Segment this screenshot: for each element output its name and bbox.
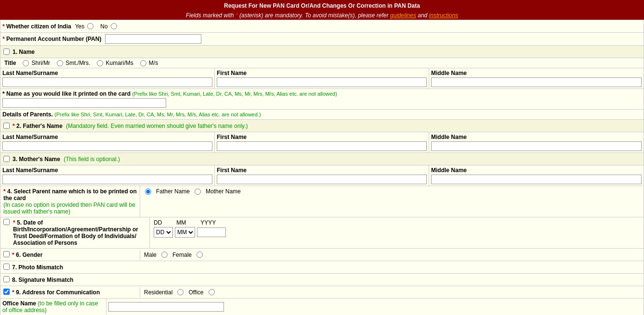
father-section-checkbox[interactable] (3, 123, 10, 129)
pan-input[interactable] (105, 34, 201, 44)
header-subtitle: Fields marked with * (asterisk) are mand… (0, 11, 644, 20)
male-label: Male (144, 252, 157, 258)
mother-last-name-col: Last Name/Surname (0, 165, 215, 186)
shri-radio[interactable] (23, 60, 29, 66)
ms-radio[interactable] (140, 60, 146, 66)
citizen-no-radio[interactable] (111, 23, 117, 29)
office-name-input-wrap (106, 301, 226, 313)
name-section-checkbox[interactable] (3, 49, 10, 55)
dob-checkbox[interactable] (3, 219, 10, 225)
dob-selects: DD MM (154, 227, 226, 238)
smt-option: Smt./Mrs. (56, 60, 90, 66)
address-comm-label: * 9. Address for Communication (10, 288, 140, 297)
details-parents-row: Details of Parents. (Prefix like Shri, S… (0, 110, 644, 120)
father-first-name-label: First Name (217, 134, 427, 140)
dob-label: * 5. Date of Birth/Incorporation/Agreeme… (10, 217, 150, 248)
address-comm-row: * 9. Address for Communication Residenti… (0, 286, 644, 299)
dob-yyyy-input[interactable] (197, 227, 226, 237)
father-middle-name-label: Middle Name (431, 134, 642, 140)
dob-mm-select[interactable]: MM (175, 227, 195, 238)
middle-name-input[interactable] (431, 77, 642, 87)
mother-option-label: Mother Name (206, 188, 241, 195)
name-section-header: 1. Name (0, 46, 644, 58)
father-last-name-col: Last Name/Surname (0, 132, 215, 152)
female-label: Female (172, 252, 192, 258)
signature-mismatch-checkbox[interactable] (3, 276, 10, 282)
photo-mismatch-checkbox[interactable] (3, 264, 10, 270)
first-name-label: First Name (217, 70, 427, 76)
dob-row: * 5. Date of Birth/Incorporation/Agreeme… (0, 217, 644, 249)
first-name-input[interactable] (217, 77, 427, 87)
father-last-name-label: Last Name/Surname (2, 134, 212, 140)
last-name-label: Last Name/Surname (2, 70, 212, 76)
kumari-option: Kumari/Ms (96, 60, 133, 66)
mother-section-title: 3. Mother's Name (This field is optional… (13, 156, 120, 163)
middle-name-col: Middle Name (429, 68, 644, 88)
print-name-label: * Name as you would like it printed on t… (2, 90, 131, 97)
gender-options: Male Female (140, 250, 208, 260)
gender-label: * 6. Gender (10, 250, 140, 260)
subtitle-and: and (418, 12, 429, 19)
kumari-radio[interactable] (97, 60, 103, 66)
no-label: No (100, 23, 107, 30)
father-first-name-input[interactable] (217, 141, 427, 151)
parent-select-label: * 4. Select Parent name which is to be p… (0, 186, 140, 217)
female-radio[interactable] (197, 252, 203, 258)
photo-mismatch-label: 7. Photo Mismatch (10, 263, 65, 272)
last-name-input[interactable] (2, 77, 212, 87)
mother-first-name-input[interactable] (217, 175, 427, 184)
title-label: Title (4, 60, 16, 66)
residential-radio[interactable] (177, 289, 184, 295)
mother-section-checkbox[interactable] (3, 156, 10, 162)
mother-middle-name-label: Middle Name (431, 167, 642, 174)
guidelines-link[interactable]: guidelines (390, 12, 416, 19)
print-name-note: (Prefix like Shri, Smt, Kumari, Late, Dr… (132, 91, 337, 97)
address-comm-options: Residential Office (140, 288, 220, 297)
title-row: Title Shri/Mr Smt./Mrs. Kumari/Ms M/s (0, 58, 644, 68)
smt-radio[interactable] (57, 60, 63, 66)
father-name-radio[interactable] (145, 189, 151, 195)
mother-last-name-input[interactable] (2, 175, 212, 184)
print-name-input[interactable] (2, 98, 166, 108)
mother-middle-name-input[interactable] (431, 175, 642, 184)
residential-label: Residential (144, 289, 172, 296)
shri-option: Shri/Mr (22, 60, 50, 66)
father-last-name-input[interactable] (2, 141, 212, 151)
name-section-title: 1. Name (13, 49, 35, 55)
address-fields-section: Office Name (to be filled only in case o… (0, 299, 644, 315)
office-radio[interactable] (209, 289, 215, 295)
asterisk-symbol: * (236, 12, 238, 19)
parent-select-options: Father Name Mother Name (140, 186, 245, 197)
dob-dd-select[interactable]: DD (154, 227, 173, 238)
father-middle-name-input[interactable] (431, 141, 642, 151)
details-parents-label: Details of Parents. (2, 111, 53, 118)
ms-option: M/s (139, 60, 158, 66)
father-option-label: Father Name (156, 188, 190, 195)
instructions-link[interactable]: instructions (429, 12, 459, 19)
pan-row: * Permanent Account Number (PAN) (0, 33, 644, 46)
photo-mismatch-row: 7. Photo Mismatch (0, 261, 644, 274)
office-label: Office (188, 289, 203, 296)
mother-first-name-label: First Name (217, 167, 427, 174)
gender-row: * 6. Gender Male Female (0, 249, 644, 261)
citizen-label: * Whether citizen of India (2, 23, 71, 30)
signature-mismatch-label: 8. Signature Mismatch (10, 275, 75, 285)
male-radio[interactable] (161, 252, 168, 258)
title-text: Request For New PAN Card Or/And Changes … (224, 2, 420, 9)
middle-name-label: Middle Name (431, 70, 642, 76)
pan-required: * (2, 36, 6, 42)
subtitle-mid: (asterisk) are mandatory. To avoid mista… (239, 12, 390, 19)
last-name-col: Last Name/Surname (0, 68, 215, 88)
gender-checkbox[interactable] (3, 251, 10, 257)
address-comm-checkbox[interactable] (3, 289, 10, 295)
dob-content: DD MM YYYY DD MM (150, 217, 230, 239)
office-name-input[interactable] (108, 302, 224, 312)
mother-name-radio[interactable] (195, 189, 201, 195)
office-name-label: Office Name (to be filled only in case o… (0, 299, 106, 315)
father-name-fields: Last Name/Surname First Name Middle Name (0, 132, 644, 153)
citizen-yes-radio[interactable] (87, 23, 93, 29)
citizen-required: * (2, 23, 6, 30)
print-name-row: * Name as you would like it printed on t… (0, 89, 644, 110)
yes-label: Yes (75, 23, 85, 30)
citizen-row: * Whether citizen of India Yes No (0, 20, 644, 33)
